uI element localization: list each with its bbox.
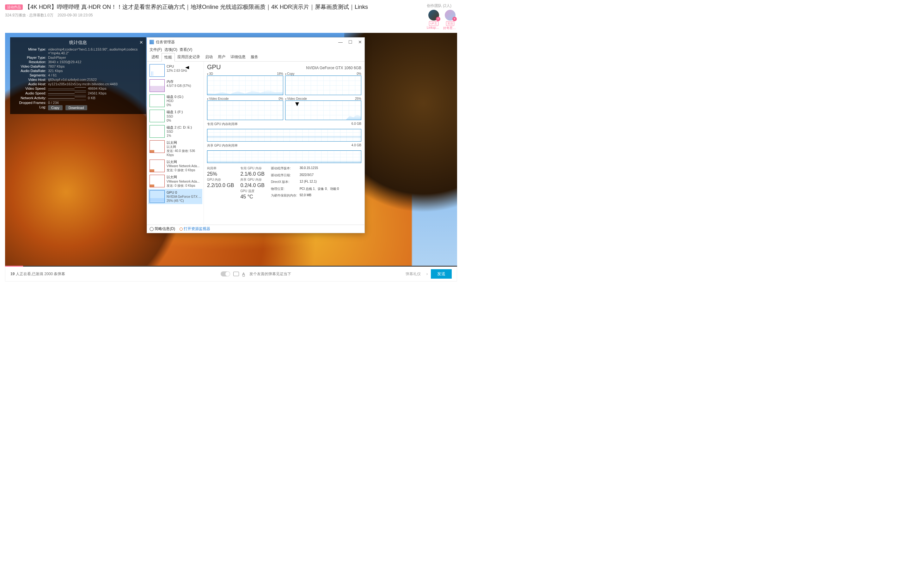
performance-sidebar[interactable]: CPU12% 2.63 GHz内存4.5/7.9 GB (57%)磁盘 0 (G… <box>147 62 204 225</box>
chart-shared-mem <box>207 150 361 163</box>
minimize-icon[interactable]: — <box>338 40 343 44</box>
tab-services[interactable]: 服务 <box>248 53 261 61</box>
tab-processes[interactable]: 进程 <box>149 53 162 61</box>
sidebar-item--[interactable]: 以太网VMware Network Ada... 发送: 0 接收: 0 Kbp… <box>148 173 202 189</box>
sidebar-item--[interactable]: 以太网VMware Network Ada... 发送: 0 接收: 0 Kbp… <box>148 158 202 173</box>
team-title: 创作团队 (2人) <box>427 3 457 8</box>
sidebar-item--1-f-[interactable]: 磁盘 1 (F:)SSD 0% <box>148 109 202 123</box>
activity-badge: 活动作品 <box>5 5 23 10</box>
gpu-model: NVIDIA GeForce GTX 1060 6GB <box>306 66 361 70</box>
sidebar-item--[interactable]: 内存4.5/7.9 GB (57%) <box>148 78 202 93</box>
gpu-util: 25% <box>207 171 234 177</box>
publish-date: 2020-09-30 18:23:05 <box>58 13 92 17</box>
sidebar-item--0-g-[interactable]: 磁盘 0 (G:)HDD 0% <box>148 93 202 109</box>
tab-performance[interactable]: 性能 <box>162 53 175 62</box>
download-button[interactable]: Download <box>66 105 87 110</box>
follow-plus-icon[interactable]: + <box>452 17 457 21</box>
danmaku-toggle[interactable] <box>221 272 230 277</box>
danmaku-input[interactable] <box>248 270 400 277</box>
chart-video-encode: Video Encode0% <box>207 97 283 120</box>
close-icon[interactable]: × <box>139 39 143 46</box>
disk-sparkline-icon <box>150 94 165 107</box>
tab-users[interactable]: 用户 <box>215 53 228 61</box>
eth-sparkline-icon <box>150 160 165 172</box>
sidebar-item--2-c-d-e-[interactable]: 磁盘 2 (C: D: E:)SSD 1% <box>148 124 202 139</box>
uploader-user[interactable]: + UP主 Linksph… <box>427 10 441 30</box>
follow-plus-icon[interactable]: + <box>436 17 441 21</box>
brief-info-toggle[interactable]: ◯ 简略信息(D) <box>150 226 175 232</box>
planner-user[interactable]: + 策划 好奇星人… <box>443 10 457 30</box>
close-icon[interactable]: ✕ <box>358 40 362 44</box>
mem-sparkline-icon <box>150 79 165 92</box>
danmaku-settings-icon[interactable] <box>233 272 239 276</box>
eth-sparkline-icon <box>150 175 165 188</box>
chart-video-decode: Video Decode25% <box>285 97 361 120</box>
send-button[interactable]: 发送 <box>431 269 452 279</box>
gpu-mem: 2.2/10.0 GB <box>207 183 234 188</box>
font-style-icon[interactable]: A̲ <box>242 272 245 277</box>
sidebar-item--[interactable]: 以太网以太网 发送: 40.0 接收: 536 Kbps <box>148 139 202 158</box>
tab-startup[interactable]: 启动 <box>203 53 215 61</box>
tab-apphistory[interactable]: 应用历史记录 <box>175 53 203 61</box>
resmon-icon <box>180 227 183 230</box>
cpu-sparkline-icon <box>150 64 165 77</box>
player-stats-panel: 统计信息 × Mime Type:video/mp4;codecs="hev1.… <box>10 37 146 114</box>
chart-3d: 3D18% <box>207 72 283 95</box>
tab-details[interactable]: 详细信息 <box>228 53 248 61</box>
chart-dedicated-mem <box>207 129 361 142</box>
video-title: 【4K HDR】哔哩哔哩 真·HDR ON！！这才是看世界的正确方式｜地球Onl… <box>25 3 368 11</box>
disk-sparkline-icon <box>150 110 165 122</box>
gpu-ded-mem: 2.1/6.0 GB <box>240 171 265 177</box>
gpu-temp: 45 °C <box>240 194 265 200</box>
gpu-shr-mem: 0.2/4.0 GB <box>240 183 265 188</box>
video-player[interactable]: 统计信息 × Mime Type:video/mp4;codecs="hev1.… <box>5 33 457 267</box>
stats-title: 统计信息 <box>69 40 87 45</box>
maximize-icon[interactable]: ☐ <box>348 40 353 44</box>
play-count: 324.9万播放 · 总弹幕数1.0万 <box>5 13 53 17</box>
gpu-heading: GPU <box>207 64 221 71</box>
task-manager-window: 任务管理器 — ☐ ✕ 文件(F) 选项(O) 查看(V) 进程 性能 应用历史… <box>147 37 365 233</box>
sidebar-item-cpu[interactable]: CPU12% 2.63 GHz <box>148 63 202 78</box>
progress-bar[interactable] <box>5 266 457 267</box>
eth-sparkline-icon <box>150 140 165 153</box>
gpu-sparkline-icon <box>150 190 165 203</box>
taskmgr-icon <box>150 40 154 44</box>
copy-button[interactable]: Copy <box>48 105 63 110</box>
chart-copy: Copy0% <box>285 72 361 95</box>
menubar[interactable]: 文件(F) 选项(O) 查看(V) <box>147 46 365 53</box>
gpu-info: 驱动程序版本:30.0.15.1215 驱动程序日期:2022/3/17 Dir… <box>271 166 339 200</box>
tab-bar[interactable]: 进程 性能 应用历史记录 启动 用户 详细信息 服务 <box>147 53 365 62</box>
sidebar-item-gpu-0[interactable]: GPU 0NVIDIA GeForce GTX ... 25% (45 °C) <box>148 189 202 204</box>
disk-sparkline-icon <box>150 125 165 138</box>
open-resmon-link[interactable]: 打开资源监视器 <box>184 227 210 231</box>
danmaku-count: 人正在看,已装填 2000 条弹幕 <box>16 272 66 276</box>
danmaku-etiquette[interactable]: 弹幕礼仪 <box>403 272 423 277</box>
window-title: 任务管理器 <box>156 40 338 45</box>
